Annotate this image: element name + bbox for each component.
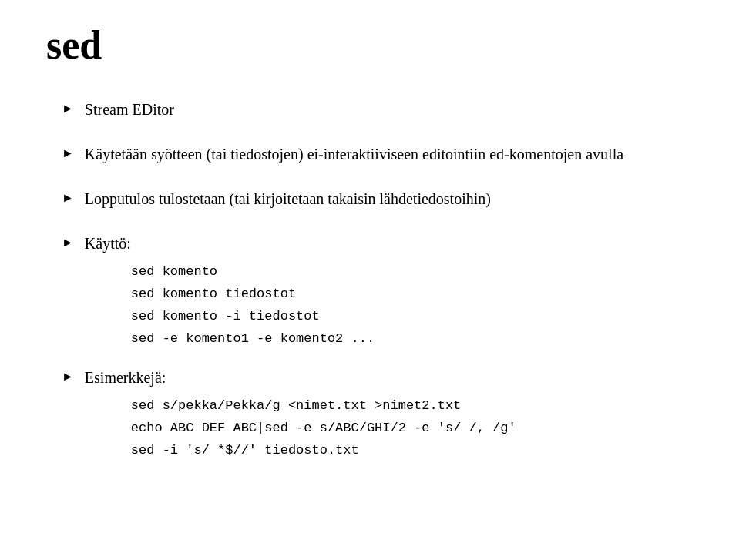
bullet-text-3: Lopputulos tulostetaan (tai kirjoitetaan… (85, 187, 491, 210)
bullet-arrow-icon: ► (62, 189, 74, 207)
code-line-4: sed -e komento1 -e komento2 ... (131, 328, 375, 350)
list-item: ► Käytetään syötteen (tai tiedostojen) e… (62, 143, 693, 166)
code-line-2: sed komento tiedostot (131, 283, 375, 306)
list-item: ► Esimerkkejä: sed s/pekka/Pekka/g <nime… (62, 366, 693, 462)
list-item: ► Lopputulos tulostetaan (tai kirjoiteta… (62, 187, 693, 210)
code-line-1: sed komento (131, 261, 375, 283)
example-line-3: sed -i 's/ *$//' tiedosto.txt (131, 440, 516, 462)
examples-code-block: sed s/pekka/Pekka/g <nimet.txt >nimet2.t… (131, 395, 516, 462)
main-content: ► Stream EDitor ► Käytetään syötteen (ta… (62, 98, 693, 461)
bullet-text-2: Käytetään syötteen (tai tiedostojen) ei-… (85, 143, 623, 166)
example-line-1: sed s/pekka/Pekka/g <nimet.txt >nimet2.t… (131, 395, 516, 417)
example-line-2: echo ABC DEF ABC|sed -e s/ABC/GHI/2 -e '… (131, 417, 516, 440)
list-item: ► Käyttö: sed komento sed komento tiedos… (62, 232, 693, 350)
code-line-3: sed komento -i tiedostot (131, 306, 375, 328)
bullet-arrow-icon: ► (62, 367, 74, 386)
list-item: ► Stream EDitor (62, 98, 693, 121)
page-title: sed (46, 23, 693, 67)
bullet-arrow-icon: ► (62, 144, 74, 163)
bullet-arrow-icon: ► (62, 99, 74, 118)
usage-section: Käyttö: sed komento sed komento tiedosto… (85, 232, 375, 350)
bullet-text-5: Esimerkkejä: (85, 369, 166, 386)
usage-code-block: sed komento sed komento tiedostot sed ko… (131, 261, 375, 350)
bullet-text-1: Stream EDitor (85, 98, 174, 121)
bullet-text-4: Käyttö: (85, 235, 131, 252)
examples-section: Esimerkkejä: sed s/pekka/Pekka/g <nimet.… (85, 366, 516, 462)
bullet-arrow-icon: ► (62, 233, 74, 252)
